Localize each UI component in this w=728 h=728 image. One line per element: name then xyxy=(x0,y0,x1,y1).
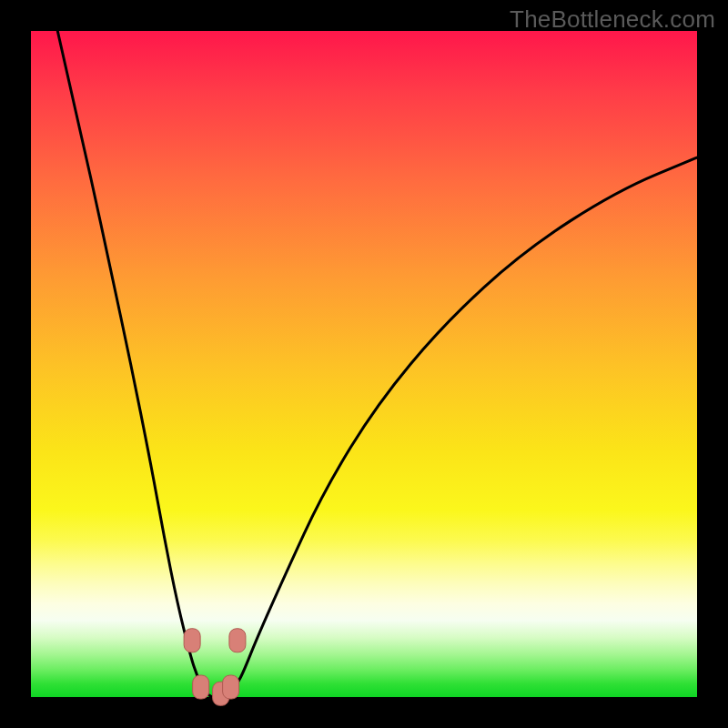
data-marker xyxy=(193,675,209,699)
plot-area xyxy=(31,31,697,697)
watermark-text: TheBottleneck.com xyxy=(510,5,715,34)
data-marker xyxy=(184,629,200,652)
data-marker xyxy=(223,675,239,699)
bottleneck-curve xyxy=(57,31,697,697)
data-marker xyxy=(229,629,246,652)
chart-frame: TheBottleneck.com xyxy=(0,0,728,728)
chart-svg xyxy=(31,31,697,697)
